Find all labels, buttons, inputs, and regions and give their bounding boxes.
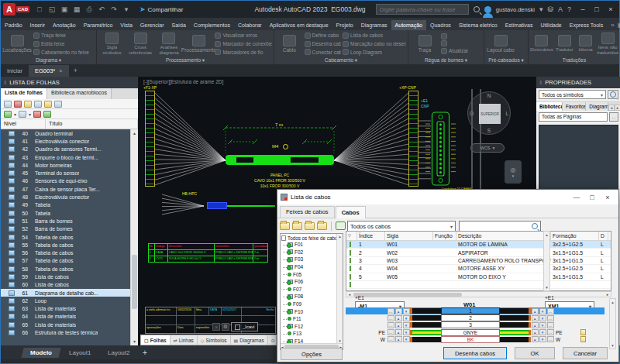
- command-settings-icon[interactable]: ⚙: [222, 323, 229, 331]
- terminal-icon-1[interactable]: [441, 33, 447, 39]
- markers-icon[interactable]: [33, 111, 41, 118]
- wire-left-more-button[interactable]: …: [388, 322, 394, 328]
- column-indice[interactable]: Índice: [357, 232, 385, 240]
- ribbon-tab-vista[interactable]: Vista: [116, 20, 136, 30]
- cancel-command-icon[interactable]: ×: [212, 323, 220, 331]
- ribbon-button-processamento[interactable]: Processamento: [184, 32, 213, 56]
- sheet-row-56[interactable]: 56Tabela de cabos: [1, 249, 138, 256]
- tree-item-f10[interactable]: F10: [281, 307, 343, 315]
- new-file-tab-button[interactable]: +: [69, 64, 82, 77]
- table-horizontal-scrollbar[interactable]: ◂ ▸: [346, 291, 611, 297]
- wire-left-up-button[interactable]: ▴: [395, 336, 402, 342]
- wire-right-down-button[interactable]: ▾: [539, 336, 546, 342]
- tab-biblioteca-macroblocos[interactable]: Biblioteca macroblocos: [47, 88, 112, 99]
- note-icon[interactable]: [580, 336, 586, 342]
- wire-right-up-button[interactable]: ▴: [532, 315, 539, 321]
- ribbon-button-dicionarios[interactable]: Dicionários: [530, 32, 553, 56]
- ribbon-tab-automacao[interactable]: Automação: [391, 20, 426, 30]
- share-button[interactable]: ➤ Compartilhar: [140, 5, 183, 13]
- tab-feixes-de-cabos[interactable]: Feixes de cabos: [280, 206, 335, 218]
- sheet-row-64[interactable]: 64Lista de materiais: [1, 313, 138, 321]
- tree-item-f05[interactable]: F05: [281, 270, 343, 278]
- ribbon-button-layout-cabo[interactable]: Layout cabo: [486, 32, 515, 56]
- search-icon[interactable]: [474, 6, 480, 12]
- layout-tab-layout1[interactable]: Layout1: [60, 348, 100, 358]
- wire-left-down-button[interactable]: ▾: [403, 329, 410, 335]
- tree-item-f08[interactable]: F08: [281, 293, 343, 300]
- scroll-down-icon[interactable]: ▾: [131, 338, 138, 345]
- symbol-filter-dropdown[interactable]: Todos os símbolos ▾: [539, 90, 606, 99]
- scroll-down-icon[interactable]: ▾: [610, 343, 615, 348]
- wire-right-up-button[interactable]: ▴: [532, 308, 539, 314]
- copy-cable-folder-icon[interactable]: [305, 222, 315, 230]
- autocad-logo-icon[interactable]: A: [3, 3, 16, 15]
- ribbon-button-itens-nao-traduzidos[interactable]: Itens não traduzidos: [597, 32, 618, 56]
- close-button[interactable]: ×: [604, 5, 618, 13]
- wire-row-4[interactable]: PE…▴▾GNYE▴▾…PE: [346, 329, 604, 336]
- wire-left-more-button[interactable]: …: [388, 308, 394, 314]
- wire-right-more-button[interactable]: …: [547, 322, 554, 328]
- cable-filter-dropdown[interactable]: Todos os cabos ▾: [347, 221, 456, 232]
- ribbon-button-traca-feixe[interactable]: Traça feixe: [33, 32, 89, 39]
- tab-lista-de-folhas[interactable]: Lista de folhas: [1, 88, 47, 99]
- cable-network-icon[interactable]: [336, 221, 346, 230]
- sheet-row-61[interactable]: 61Diagrama de detalhe cab...: [1, 289, 138, 297]
- sheet-row-52[interactable]: 52Barra de bornes: [1, 225, 138, 233]
- tabs-scroll-right-icon[interactable]: ▸: [615, 105, 620, 111]
- layout-tab-layout2[interactable]: Layout2: [99, 348, 140, 358]
- plot-icon[interactable]: ⎙: [84, 4, 95, 15]
- sheet-row-59[interactable]: 59Lista de cabos: [1, 273, 138, 280]
- print-sheet-icon[interactable]: [54, 101, 62, 108]
- sheet-row-43[interactable]: 43Empurre o bloco de termi...: [1, 153, 138, 161]
- filter-sheets-icon[interactable]: [4, 111, 12, 118]
- wire-left-more-button[interactable]: …: [388, 336, 394, 342]
- new-layout-button[interactable]: +: [143, 349, 147, 357]
- ribbon-tab-inserir[interactable]: Inserir: [26, 20, 49, 30]
- ribbon-tab-gerenciar[interactable]: Gerenciar: [136, 20, 168, 30]
- help-search-input[interactable]: [376, 4, 469, 15]
- ribbon-tab-colaborar[interactable]: Colaborar: [234, 20, 266, 30]
- new-file-icon[interactable]: □: [34, 4, 45, 15]
- sheet-row-47[interactable]: 47Caixa de sensor placa Ter...: [1, 185, 138, 193]
- wire-right-more-button[interactable]: …: [547, 336, 554, 342]
- ok-button[interactable]: OK: [515, 347, 555, 359]
- sheet-row-40[interactable]: 40Quadro terminal: [1, 129, 138, 137]
- wire-right-down-button[interactable]: ▾: [539, 315, 546, 321]
- ribbon-button-analises-diagrama[interactable]: Análises diagrama: [156, 32, 183, 56]
- palette-grip[interactable]: ‖: [4, 79, 6, 86]
- ribbon-button-edita-feixe[interactable]: Edita feixe: [33, 40, 89, 48]
- save-icon[interactable]: ▣: [59, 4, 70, 15]
- tree-item-f11[interactable]: F11: [281, 315, 343, 323]
- wire-right-more-button[interactable]: …: [547, 308, 554, 314]
- qat-customize-icon[interactable]: ▾: [121, 4, 132, 15]
- viewcube-south[interactable]: S: [487, 128, 491, 133]
- command-input[interactable]: _lcavi: [231, 322, 258, 331]
- ribbon-panel-footer[interactable]: Cabeamento ▾: [274, 56, 408, 64]
- sheet-row-42[interactable]: 42Quadro de sensores Termi...: [1, 146, 138, 153]
- wires-vertical-scrollbar[interactable]: ▴ ▾: [609, 298, 616, 349]
- view-chevron-icon[interactable]: ▾: [29, 112, 31, 117]
- symbol-search-button[interactable]: [608, 90, 618, 99]
- redo-icon[interactable]: ↷: [108, 4, 119, 15]
- ribbon-tab-sistema-eletrico[interactable]: Sistema eletrico: [455, 20, 501, 30]
- tree-root[interactable]: Todos os feixe de cabos: [281, 234, 343, 241]
- sheet-row-58[interactable]: 58Tabela de cabos: [1, 265, 138, 273]
- viewcube-face[interactable]: SUPERIOR: [479, 104, 501, 124]
- wire-right-down-button[interactable]: ▾: [539, 329, 546, 335]
- pages-field[interactable]: Todas as Páginas: [539, 112, 608, 122]
- user-menu-chevron-icon[interactable]: ▾: [539, 5, 543, 13]
- wire-right-more-button[interactable]: …: [547, 329, 554, 335]
- ribbon-panel-footer[interactable]: Pré-cabeados ▾: [484, 56, 528, 64]
- cable-search-input[interactable]: [459, 221, 541, 232]
- viewcube[interactable]: N S L O SUPERIOR: [467, 91, 511, 135]
- ribbon-tab-diagramas[interactable]: Diagramas: [357, 20, 391, 30]
- autodesk-a-icon[interactable]: A: [558, 5, 563, 13]
- viewport-controls-label[interactable]: [-][Superior][Estrutura de arame 2D]: [143, 79, 223, 84]
- ribbon-button-localizacoes[interactable]: Localizações: [2, 32, 32, 56]
- ribbon-panel-footer[interactable]: Traduções: [529, 56, 620, 64]
- ribbon-button-loop-diagram[interactable]: Loop Diagram: [343, 48, 406, 56]
- sheet-row-54[interactable]: 54Tabela de cabos: [1, 233, 138, 241]
- open-cable-folder-icon[interactable]: [292, 222, 302, 230]
- options-button[interactable]: Opções: [281, 348, 343, 360]
- tree-item-f12[interactable]: F12: [281, 323, 343, 331]
